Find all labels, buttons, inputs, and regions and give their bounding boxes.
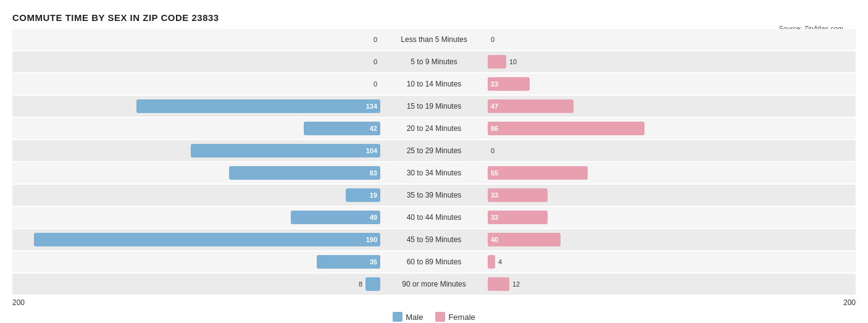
female-value-inside: 40 [491, 236, 498, 243]
axis-right-label: 200 [485, 298, 856, 307]
right-bar-area: 0 [485, 36, 856, 43]
female-value-inside: 33 [491, 191, 498, 199]
row-label: 30 to 34 Minutes [383, 169, 485, 177]
male-bar [365, 277, 380, 291]
right-bar-area: 33 [485, 211, 856, 224]
female-bar: 40 [488, 233, 561, 246]
row-label: 45 to 59 Minutes [383, 235, 485, 244]
chart-row: 0Less than 5 Minutes0 [12, 29, 856, 50]
chart-row: 890 or more Minutes12 [12, 274, 856, 295]
female-value-outside: 10 [509, 58, 517, 65]
right-bar-area: 12 [485, 277, 856, 291]
row-label: 5 to 9 Minutes [383, 57, 485, 66]
male-zero-value: 0 [373, 58, 377, 65]
male-bar: 42 [304, 122, 380, 135]
chart-row: 4220 to 24 Minutes86 [12, 118, 856, 139]
axis-labels: 200 200 [12, 298, 856, 307]
chart-container: 0Less than 5 Minutes005 to 9 Minutes1001… [12, 29, 856, 323]
chart-row: 1935 to 39 Minutes33 [12, 185, 856, 206]
right-bar-area: 40 [485, 233, 856, 246]
right-bar-area: 4 [485, 255, 856, 269]
left-bar-area: 83 [12, 166, 383, 180]
row-label: 20 to 24 Minutes [383, 124, 485, 133]
female-value-inside: 47 [491, 103, 498, 110]
row-label: Less than 5 Minutes [383, 35, 485, 44]
row-label: 40 to 44 Minutes [383, 213, 485, 222]
female-bar: 33 [488, 211, 548, 224]
chart-row: 8330 to 34 Minutes55 [12, 162, 856, 183]
female-legend-label: Female [448, 313, 475, 322]
right-bar-area: 23 [485, 77, 856, 91]
chart-row: 05 to 9 Minutes10 [12, 51, 856, 72]
male-bar: 134 [136, 99, 380, 113]
row-label: 35 to 39 Minutes [383, 191, 485, 199]
male-value-inside: 83 [370, 169, 377, 177]
male-bar: 19 [346, 188, 380, 202]
legend-female: Female [435, 312, 475, 322]
left-bar-area: 0 [12, 36, 383, 43]
legend-male: Male [393, 312, 423, 322]
row-label: 60 to 89 Minutes [383, 258, 485, 266]
male-legend-label: Male [406, 313, 423, 322]
male-bar: 83 [229, 166, 380, 180]
male-value-inside: 190 [366, 236, 377, 243]
right-bar-area: 0 [485, 147, 856, 154]
chart-row: 19045 to 59 Minutes40 [12, 229, 856, 250]
left-bar-area: 104 [12, 144, 383, 157]
left-bar-area: 0 [12, 80, 383, 88]
female-value-outside: 4 [498, 258, 502, 266]
chart-row: 10425 to 29 Minutes0 [12, 140, 856, 161]
chart-title: COMMUTE TIME BY SEX IN ZIP CODE 23833 [12, 12, 856, 23]
female-bar [488, 55, 506, 69]
chart-row: 4940 to 44 Minutes33 [12, 207, 856, 228]
right-bar-area: 86 [485, 122, 856, 135]
female-zero-value: 0 [491, 36, 495, 43]
male-zero-value: 0 [373, 80, 377, 88]
female-bar [488, 277, 509, 291]
male-value-inside: 134 [366, 103, 377, 110]
right-bar-area: 47 [485, 99, 856, 113]
right-bar-area: 33 [485, 188, 856, 202]
legend: Male Female [12, 312, 856, 322]
female-bar [488, 255, 495, 269]
left-bar-area: 134 [12, 99, 383, 113]
male-bar: 49 [291, 211, 380, 224]
axis-left-label: 200 [12, 298, 383, 307]
male-value-outside: 8 [359, 280, 362, 288]
row-label: 15 to 19 Minutes [383, 102, 485, 111]
left-bar-area: 49 [12, 211, 383, 224]
chart-row: 13415 to 19 Minutes47 [12, 96, 856, 117]
male-value-inside: 42 [370, 125, 377, 132]
male-bar: 104 [191, 144, 380, 157]
left-bar-area: 19 [12, 188, 383, 202]
left-bar-area: 190 [12, 233, 383, 246]
female-value-inside: 55 [491, 169, 498, 177]
left-bar-area: 35 [12, 255, 383, 269]
chart-row: 010 to 14 Minutes23 [12, 73, 856, 94]
right-bar-area: 55 [485, 166, 856, 180]
left-bar-area: 42 [12, 122, 383, 135]
female-value-inside: 33 [491, 214, 498, 221]
male-bar: 35 [317, 255, 380, 269]
female-bar: 86 [488, 122, 645, 135]
female-bar: 23 [488, 77, 530, 91]
left-bar-area: 0 [12, 58, 383, 65]
male-bar: 190 [34, 233, 380, 246]
row-label: 10 to 14 Minutes [383, 80, 485, 88]
male-value-inside: 49 [370, 214, 377, 221]
chart-row: 3560 to 89 Minutes4 [12, 251, 856, 272]
female-legend-box [435, 312, 445, 322]
female-value-inside: 86 [491, 125, 498, 132]
female-value-outside: 12 [512, 280, 520, 288]
row-label: 90 or more Minutes [383, 280, 485, 288]
row-label: 25 to 29 Minutes [383, 146, 485, 155]
right-bar-area: 10 [485, 55, 856, 69]
female-bar: 47 [488, 99, 574, 113]
female-bar: 33 [488, 188, 548, 202]
male-zero-value: 0 [373, 36, 377, 43]
left-bar-area: 8 [12, 277, 383, 291]
male-value-inside: 19 [370, 191, 377, 199]
female-value-inside: 23 [491, 80, 498, 88]
male-legend-box [393, 312, 403, 322]
male-value-inside: 104 [366, 147, 377, 154]
